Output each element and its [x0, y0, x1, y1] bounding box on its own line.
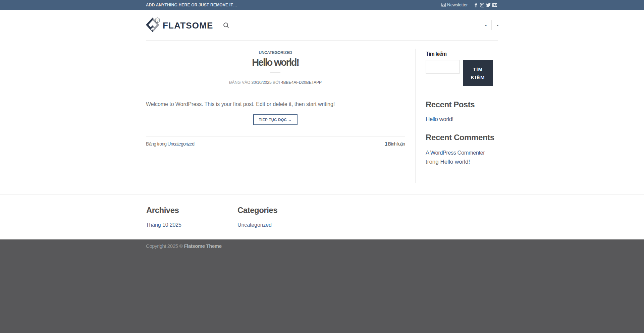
- svg-text:3: 3: [157, 18, 159, 22]
